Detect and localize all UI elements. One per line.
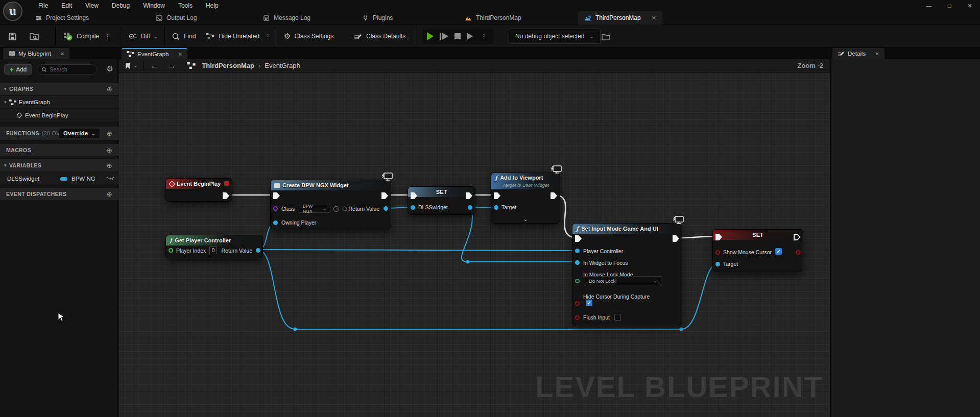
menu-window[interactable]: Window [136, 0, 172, 11]
tab-plugins[interactable]: Plugins [355, 11, 399, 24]
node-set-show-mouse-cursor[interactable]: SET Show Mouse Cursor ✓ Target [712, 229, 803, 272]
return-value-pin[interactable] [384, 206, 388, 211]
close-icon[interactable]: ✕ [178, 52, 182, 57]
flush-input-checkbox[interactable] [614, 314, 621, 321]
node-header[interactable]: SET [408, 187, 475, 197]
minimize-button[interactable]: — [919, 0, 939, 11]
flush-input-pin[interactable] [575, 315, 580, 320]
compile-options-icon[interactable]: ⋮ [103, 33, 112, 40]
dlsswidget-out-pin[interactable] [468, 205, 472, 210]
menu-tools[interactable]: Tools [172, 0, 199, 11]
diff-button[interactable]: Diff ⌄ [129, 24, 158, 48]
play-options-icon[interactable]: ⋮ [479, 33, 489, 40]
node-header[interactable]: ƒ Get Player Controller [166, 235, 262, 246]
hide-cursor-checkbox[interactable]: ✓ [586, 300, 592, 306]
panel-settings-gear-icon[interactable]: ⚙ [107, 64, 113, 73]
debug-object-select[interactable]: No debug object selected ⌄ [509, 29, 601, 44]
expand-node-chevron-icon[interactable]: ⌄ [523, 216, 528, 222]
menu-help[interactable]: Help [199, 0, 225, 11]
owning-player-pin[interactable] [273, 220, 278, 225]
nav-forward-icon[interactable]: → [167, 61, 176, 71]
node-header[interactable]: ƒ Set Input Mode Game And UI [572, 224, 682, 234]
override-dropdown[interactable]: Override ⌄ [59, 129, 100, 138]
advance-button[interactable] [467, 33, 473, 40]
bookmark-icon[interactable] [125, 62, 131, 69]
menu-debug[interactable]: Debug [105, 0, 136, 11]
show-mouse-cursor-checkbox[interactable]: ✓ [775, 248, 782, 255]
menu-edit[interactable]: Edit [55, 0, 79, 11]
hide-cursor-pin[interactable] [575, 301, 580, 306]
node-event-beginplay[interactable]: Event BeginPlay [165, 178, 232, 202]
player-controller-pin[interactable] [575, 249, 580, 253]
mouse-lock-select[interactable]: Do Not Lock ⌄ [585, 276, 661, 285]
functions-section-header[interactable]: FUNCTIONS (20 OV Override ⌄ ⊕ [0, 127, 118, 140]
node-header[interactable]: Event BeginPlay [166, 179, 232, 189]
unreal-logo-icon[interactable]: u [3, 2, 22, 21]
target-pin[interactable] [494, 205, 498, 210]
exec-out-pin[interactable] [673, 235, 679, 242]
node-set-dlsswidget[interactable]: SET DLSSwidget [408, 186, 475, 215]
show-mouse-cursor-out-pin[interactable] [796, 250, 800, 255]
use-selected-icon[interactable] [333, 206, 340, 212]
exec-out-pin[interactable] [381, 192, 388, 199]
eye-closed-icon[interactable] [106, 177, 114, 181]
add-macro-icon[interactable]: ⊕ [107, 146, 112, 154]
event-graph-canvas[interactable]: Event BeginPlay Create BPW NGX Widget Cl… [118, 72, 830, 417]
node-header[interactable]: SET [713, 230, 803, 240]
class-pin[interactable] [273, 206, 278, 211]
tab-close-icon[interactable]: ✕ [652, 15, 656, 21]
node-header[interactable]: Create BPW NGX Widget [271, 180, 391, 190]
close-button[interactable]: ✕ [960, 0, 980, 11]
compile-button[interactable]: Compile ⋮ [63, 24, 112, 48]
breadcrumb-root[interactable]: ThirdPersonMap [202, 62, 254, 69]
browse-class-icon[interactable] [342, 206, 348, 212]
dlsswidget-in-pin[interactable] [411, 205, 415, 210]
frame-skip-button[interactable] [440, 33, 448, 40]
class-defaults-button[interactable]: Class Defaults [353, 24, 405, 48]
add-dispatcher-icon[interactable]: ⊕ [107, 190, 112, 198]
hide-unrelated-button[interactable]: Hide Unrelated ⋮ [205, 24, 273, 48]
browse-asset-button[interactable] [30, 24, 39, 48]
chevron-down-icon[interactable]: ⌄ [133, 63, 137, 68]
variable-row-dlsswidget[interactable]: DLSSwidget BPW NG [0, 173, 118, 185]
sidebar-item-event-beginplay[interactable]: Event BeginPlay [0, 109, 118, 121]
player-index-pin[interactable] [169, 248, 173, 253]
nav-back-icon[interactable]: ← [150, 61, 159, 71]
add-function-icon[interactable]: ⊕ [107, 130, 112, 137]
player-index-input[interactable]: 0 [209, 247, 217, 254]
in-widget-to-focus-pin[interactable] [575, 260, 580, 265]
exec-in-pin[interactable] [494, 192, 500, 199]
close-icon[interactable]: ✕ [875, 51, 879, 57]
tab-output-log[interactable]: Output Log [149, 11, 203, 24]
add-graph-icon[interactable]: ⊕ [107, 85, 112, 93]
node-create-widget[interactable]: Create BPW NGX Widget Class BPW NGX ⌄ Ow… [270, 180, 391, 229]
menu-view[interactable]: View [79, 0, 105, 11]
close-icon[interactable]: ✕ [60, 51, 64, 57]
variables-section-header[interactable]: ▾ VARIABLES ⊕ [0, 159, 118, 171]
tab-project-settings[interactable]: Project Settings [29, 11, 95, 24]
search-input[interactable] [50, 66, 90, 72]
eventgraph-tab[interactable]: EventGraph ✕ [122, 48, 187, 59]
search-box[interactable] [37, 64, 97, 75]
tab-thirdpersonmap-blueprint[interactable]: ThirdPersonMap ✕ [578, 11, 662, 24]
stop-button[interactable] [455, 33, 461, 39]
my-blueprint-tab[interactable]: My Blueprint ✕ [3, 48, 69, 59]
macros-section-header[interactable]: MACROS ⊕ [0, 144, 118, 156]
graphs-section-header[interactable]: ▾ GRAPHS ⊕ [0, 83, 118, 95]
tab-message-log[interactable]: Message Log [256, 11, 317, 24]
find-button[interactable]: Find [172, 24, 196, 48]
tab-thirdpersonmap-level[interactable]: ThirdPersonMap [459, 11, 528, 24]
breadcrumb-current[interactable]: EventGraph [265, 62, 300, 69]
exec-in-pin[interactable] [273, 192, 280, 199]
save-button[interactable] [8, 24, 17, 48]
mouse-lock-pin[interactable] [575, 279, 580, 283]
target-pin[interactable] [715, 262, 720, 266]
exec-in-pin[interactable] [575, 235, 582, 242]
node-get-player-controller[interactable]: ƒ Get Player Controller Player Index 0 R… [165, 235, 263, 258]
node-add-to-viewport[interactable]: ƒ Add to Viewport Target is User Widget … [491, 173, 560, 224]
menu-file[interactable]: File [32, 0, 55, 11]
return-value-pin[interactable] [256, 248, 260, 253]
node-set-input-mode[interactable]: ƒ Set Input Mode Game And UI Player Cont… [572, 223, 682, 325]
sidebar-item-eventgraph[interactable]: ▾ EventGraph [0, 96, 118, 108]
hide-unrelated-options-icon[interactable]: ⋮ [263, 33, 273, 40]
